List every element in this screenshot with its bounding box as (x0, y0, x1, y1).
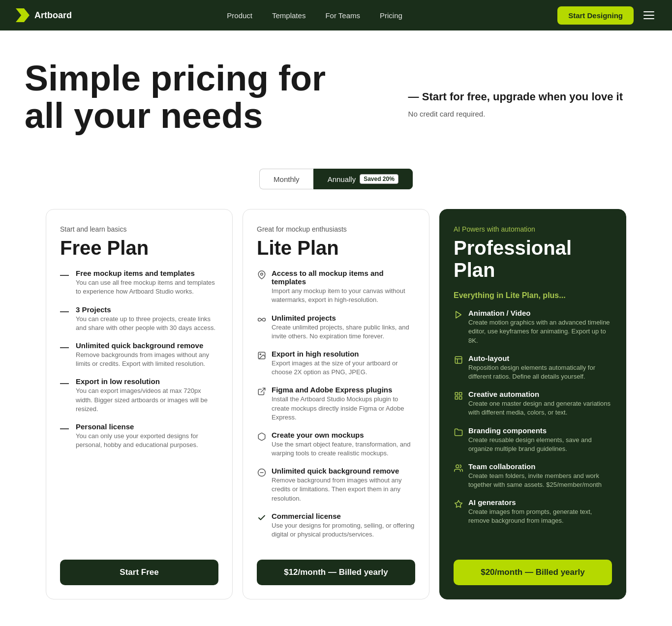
billing-toggle: Monthly Annually Saved 20% (0, 169, 672, 189)
feature-name: Figma and Adobe Express plugins (272, 386, 415, 394)
team-icon (454, 463, 463, 473)
pro-plan-cta[interactable]: $20/month — Billed yearly (454, 560, 612, 585)
feature-name: Branding components (468, 426, 612, 435)
feature-name: Export in low resolution (76, 377, 218, 386)
feature-name: Create your own mockups (272, 431, 415, 439)
nav-pricing[interactable]: Pricing (380, 11, 402, 20)
feature-name: Unlimited projects (272, 314, 415, 322)
nav-templates[interactable]: Templates (272, 11, 305, 20)
feature-name: Unlimited quick background remove (76, 341, 218, 350)
lite-plan-features: Access to all mockup items and templates… (257, 269, 415, 548)
feature-desc: Use your designs for promoting, selling,… (272, 521, 415, 539)
pro-plan-card: AI Powers with automation Professional P… (439, 209, 626, 599)
billing-monthly[interactable]: Monthly (259, 169, 313, 189)
feature-desc: Create motion graphics with an advanced … (468, 318, 612, 345)
feature-desc: Use the smart object feature, transforma… (272, 440, 415, 458)
folder-icon (454, 427, 463, 437)
feature-desc: Remove background from images without an… (272, 476, 415, 503)
hamburger-line-1 (643, 11, 654, 12)
svg-point-14 (456, 465, 459, 468)
feature-desc: You can create up to three projects, cre… (76, 315, 218, 332)
free-plan-card: Start and learn basics Free Plan — Free … (46, 209, 233, 599)
list-item: Unlimited quick background remove Remove… (257, 467, 415, 503)
lite-plan-card: Great for mockup enthusiasts Lite Plan A… (243, 209, 429, 599)
logo[interactable]: Artboard (16, 8, 72, 22)
feature-name: AI generators (468, 498, 612, 507)
feature-name: Export in high resolution (272, 350, 415, 358)
list-item: Export in high resolution Export images … (257, 350, 415, 377)
list-item: Unlimited projects Create unlimited proj… (257, 314, 415, 341)
feature-name: Unlimited quick background remove (272, 467, 415, 475)
pricing-cards: Start and learn basics Free Plan — Free … (0, 209, 672, 619)
feature-desc: You can only use your exported designs f… (76, 432, 218, 449)
saved-badge: Saved 20% (360, 174, 398, 184)
feature-name: Creative automation (468, 390, 612, 398)
feature-name: Animation / Video (468, 309, 612, 317)
feature-desc: Import any mockup item to your canvas wi… (272, 287, 415, 304)
feature-name: Team collaboration (468, 462, 612, 471)
lite-plan-eyebrow: Great for mockup enthusiasts (257, 225, 415, 233)
feature-desc: Install the Artboard Studio Mockups plug… (272, 395, 415, 422)
logo-text: Artboard (34, 10, 72, 21)
sparkle-icon (454, 499, 463, 509)
feature-desc: Create unlimited projects, share public … (272, 323, 415, 341)
feature-name: Commercial license (272, 512, 415, 520)
hero-title: Simple pricing for all your needs (25, 60, 369, 134)
hero-right: — Start for free, upgrade when you love … (398, 60, 635, 118)
list-item: Branding components Create reusable desi… (454, 426, 612, 453)
free-plan-eyebrow: Start and learn basics (60, 225, 218, 233)
list-item: — Free mockup items and templates You ca… (60, 269, 218, 296)
pro-everything-label: Everything in Lite Plan, plus... (454, 291, 612, 300)
free-plan-cta[interactable]: Start Free (60, 560, 218, 585)
svg-point-0 (261, 273, 263, 275)
billing-annually[interactable]: Annually Saved 20% (313, 169, 413, 189)
list-item: Figma and Adobe Express plugins Install … (257, 386, 415, 422)
feature-desc: You can export images/videos at max 720p… (76, 387, 218, 414)
list-item: — Personal license You can only use your… (60, 422, 218, 449)
image-icon (257, 351, 267, 360)
hamburger-line-2 (643, 15, 654, 16)
hamburger-line-3 (643, 18, 654, 19)
svg-rect-7 (455, 357, 462, 363)
feature-name: Free mockup items and templates (76, 269, 218, 277)
hero-tagline: — Start for free, upgrade when you love … (408, 89, 635, 105)
list-item: — 3 Projects You can create up to three … (60, 305, 218, 332)
grid-icon (454, 391, 463, 401)
list-item: Team collaboration Create team folders, … (454, 462, 612, 489)
feature-name: 3 Projects (76, 305, 218, 314)
nav-for-teams[interactable]: For Teams (325, 11, 360, 20)
list-item: Create your own mockups Use the smart ob… (257, 431, 415, 458)
pro-plan-title: Professional Plan (454, 237, 612, 281)
lite-plan-cta[interactable]: $12/month — Billed yearly (257, 560, 415, 585)
free-plan-features: — Free mockup items and templates You ca… (60, 269, 218, 548)
feature-name: Personal license (76, 422, 218, 431)
start-designing-button[interactable]: Start Designing (557, 6, 634, 25)
hamburger-menu[interactable] (641, 9, 656, 21)
list-item: Auto-layout Reposition design elements a… (454, 354, 612, 381)
feature-desc: Export images at the size of your artboa… (272, 359, 415, 377)
hero-sub: No credit card required. (408, 110, 635, 118)
free-plan-title: Free Plan (60, 237, 218, 259)
feature-desc: Create team folders, invite members and … (468, 472, 612, 489)
feature-name: Auto-layout (468, 354, 612, 362)
svg-point-2 (260, 354, 261, 355)
list-item: Access to all mockup items and templates… (257, 269, 415, 304)
list-item: Commercial license Use your designs for … (257, 512, 415, 539)
box-icon (257, 432, 267, 442)
list-item: — Export in low resolution You can expor… (60, 377, 218, 414)
nav-links: Product Templates For Teams Pricing (227, 11, 402, 20)
svg-rect-13 (455, 397, 458, 399)
pro-plan-eyebrow: AI Powers with automation (454, 225, 612, 233)
feature-desc: Create reusable design elements, save an… (468, 436, 612, 453)
list-item: Animation / Video Create motion graphics… (454, 309, 612, 345)
hero-section: Simple pricing for all your needs — Star… (0, 30, 672, 154)
nav-product[interactable]: Product (227, 11, 252, 20)
feature-desc: Create one master design and generate va… (468, 399, 612, 417)
svg-rect-11 (459, 392, 462, 395)
plug-icon (257, 387, 267, 396)
eraser-icon (257, 468, 267, 477)
feature-desc: You can use all free mockup items and te… (76, 278, 218, 296)
feature-desc: Reposition design elements automatically… (468, 363, 612, 381)
svg-marker-6 (456, 311, 461, 318)
list-item: — Unlimited quick background remove Remo… (60, 341, 218, 368)
